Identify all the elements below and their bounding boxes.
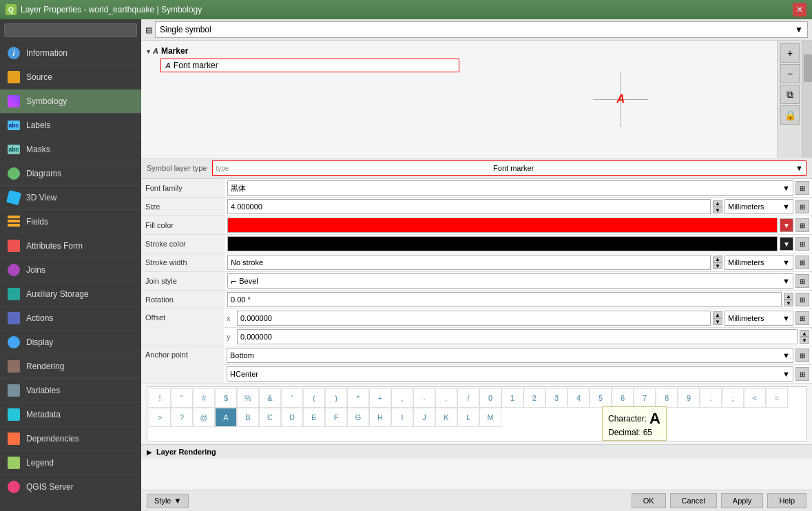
marker-expand-arrow[interactable]: ▾ bbox=[147, 48, 150, 55]
char-cell-at[interactable]: @ bbox=[193, 408, 215, 427]
sidebar-item-auxiliary-storage[interactable]: Auxiliary Storage bbox=[0, 282, 141, 306]
layer-rendering-bar[interactable]: ▶ Layer Rendering bbox=[141, 444, 812, 459]
rotation-input[interactable] bbox=[227, 292, 782, 307]
offset-unit-select[interactable]: Millimeters ▼ bbox=[725, 311, 793, 326]
char-cell-lparen[interactable]: ( bbox=[303, 388, 325, 408]
char-cell-8[interactable]: 8 bbox=[656, 388, 678, 408]
char-cell-6[interactable]: 6 bbox=[612, 388, 634, 408]
sidebar-item-diagrams[interactable]: Diagrams bbox=[0, 162, 141, 186]
char-cell-3[interactable]: 3 bbox=[545, 388, 568, 408]
style-button[interactable]: Style ▼ bbox=[147, 494, 189, 508]
char-cell-F[interactable]: F bbox=[325, 408, 347, 427]
char-cell-star[interactable]: * bbox=[347, 388, 369, 408]
char-cell-K[interactable]: K bbox=[435, 408, 457, 427]
char-cell-dollar[interactable]: $ bbox=[215, 388, 237, 408]
stroke-width-up-btn[interactable]: ▲ bbox=[713, 255, 722, 262]
char-cell-1[interactable]: 1 bbox=[501, 388, 523, 408]
duplicate-layer-button[interactable]: ⧉ bbox=[780, 85, 800, 104]
sidebar-item-information[interactable]: i Information bbox=[0, 41, 141, 65]
sidebar-item-fields[interactable]: Fields bbox=[0, 210, 141, 234]
sidebar-item-rendering[interactable]: Rendering bbox=[0, 355, 141, 379]
font-family-data-defined[interactable]: ⊞ bbox=[795, 181, 809, 195]
anchor-h-select[interactable]: HCenter ▼ bbox=[227, 366, 793, 382]
rotation-down-btn[interactable]: ▼ bbox=[784, 300, 793, 306]
sidebar-item-masks[interactable]: abc Masks bbox=[0, 138, 141, 162]
char-cell-5[interactable]: 5 bbox=[590, 388, 612, 408]
cancel-button[interactable]: Cancel bbox=[670, 493, 717, 508]
offset-y-input[interactable] bbox=[237, 329, 798, 344]
sidebar-item-dependencies[interactable]: Dependencies bbox=[0, 427, 141, 451]
char-cell-A[interactable]: A bbox=[215, 408, 237, 427]
fill-color-data-defined[interactable]: ▼ bbox=[780, 218, 793, 232]
char-cell-2[interactable]: 2 bbox=[523, 388, 545, 408]
char-cell-D[interactable]: D bbox=[281, 408, 303, 427]
char-cell-7[interactable]: 7 bbox=[634, 388, 656, 408]
char-cell-semicolon[interactable]: ; bbox=[722, 388, 744, 408]
sidebar-item-metadata[interactable]: Metadata bbox=[0, 403, 141, 427]
sidebar-item-actions[interactable]: Actions bbox=[0, 306, 141, 331]
offset-x-input[interactable] bbox=[237, 311, 711, 326]
apply-button[interactable]: Apply bbox=[721, 493, 764, 508]
remove-layer-button[interactable]: − bbox=[780, 64, 800, 83]
font-family-select[interactable]: 黒体 ▼ bbox=[227, 180, 793, 196]
char-cell-colon[interactable]: : bbox=[700, 388, 722, 408]
help-button[interactable]: Help bbox=[767, 493, 806, 508]
rotation-data-defined[interactable]: ⊞ bbox=[795, 293, 809, 306]
stroke-color-swatch[interactable] bbox=[227, 236, 778, 251]
char-cell-J[interactable]: J bbox=[413, 408, 435, 427]
close-button[interactable]: ✕ bbox=[793, 3, 806, 17]
sidebar-item-3dview[interactable]: 3D View bbox=[0, 186, 141, 210]
char-cell-9[interactable]: 9 bbox=[678, 388, 700, 408]
offset-x-down-btn[interactable]: ▼ bbox=[713, 318, 722, 325]
sidebar-item-qgis-server[interactable]: QGIS Server bbox=[0, 475, 141, 499]
char-cell-dot[interactable]: . bbox=[435, 388, 457, 408]
sidebar-item-attributes-form[interactable]: Attributes Form bbox=[0, 234, 141, 258]
size-up-btn[interactable]: ▲ bbox=[713, 200, 722, 207]
char-cell-plus[interactable]: + bbox=[369, 388, 391, 408]
sidebar-item-display[interactable]: Display bbox=[0, 331, 141, 355]
lock-button[interactable]: 🔒 bbox=[780, 105, 800, 125]
stroke-color-expr-btn[interactable]: ⊞ bbox=[795, 237, 809, 251]
char-cell-lt[interactable]: < bbox=[744, 388, 766, 408]
sidebar-item-variables[interactable]: Variables bbox=[0, 379, 141, 403]
sidebar-item-joins[interactable]: Joins bbox=[0, 258, 141, 282]
char-cell-amp[interactable]: & bbox=[259, 388, 281, 408]
char-cell-0[interactable]: 0 bbox=[479, 388, 501, 408]
sidebar-item-symbology[interactable]: Symbology bbox=[0, 90, 141, 114]
offset-y-up-btn[interactable]: ▲ bbox=[800, 330, 809, 337]
char-cell-I[interactable]: I bbox=[391, 408, 413, 427]
stroke-width-input[interactable] bbox=[227, 255, 711, 270]
char-cell-excl[interactable]: ! bbox=[149, 388, 171, 408]
offset-data-defined[interactable]: ⊞ bbox=[795, 311, 809, 325]
sidebar-item-legend[interactable]: Legend bbox=[0, 451, 141, 475]
fill-color-swatch[interactable] bbox=[227, 218, 778, 233]
char-cell-L[interactable]: L bbox=[457, 408, 479, 427]
ok-button[interactable]: OK bbox=[632, 493, 666, 508]
scrollbar-thumb[interactable] bbox=[804, 54, 812, 82]
stroke-width-data-defined[interactable]: ⊞ bbox=[795, 255, 809, 269]
char-cell-pct[interactable]: % bbox=[237, 388, 259, 408]
preview-scrollbar[interactable] bbox=[802, 41, 812, 158]
char-cell-eq[interactable]: = bbox=[766, 388, 788, 408]
char-cell-comma[interactable]: , bbox=[391, 388, 413, 408]
size-unit-select[interactable]: Millimeters ▼ bbox=[725, 199, 793, 214]
sidebar-item-source[interactable]: Source bbox=[0, 65, 141, 90]
search-box[interactable] bbox=[0, 19, 141, 41]
char-cell-gt[interactable]: > bbox=[149, 408, 171, 427]
join-style-data-defined[interactable]: ⊞ bbox=[795, 274, 809, 288]
sidebar-item-labels[interactable]: abc Labels bbox=[0, 114, 141, 138]
char-cell-slash[interactable]: / bbox=[457, 388, 479, 408]
rotation-up-btn[interactable]: ▲ bbox=[784, 293, 793, 300]
offset-y-down-btn[interactable]: ▼ bbox=[800, 337, 809, 344]
stroke-width-unit-select[interactable]: Millimeters ▼ bbox=[725, 255, 793, 270]
char-cell-dquote[interactable]: " bbox=[171, 388, 193, 408]
font-marker-row[interactable]: A Font marker bbox=[160, 59, 459, 72]
search-input[interactable] bbox=[4, 23, 137, 37]
char-cell-4[interactable]: 4 bbox=[568, 388, 590, 408]
offset-x-up-btn[interactable]: ▲ bbox=[713, 311, 722, 318]
join-style-select[interactable]: ⌐ Bevel ▼ bbox=[227, 273, 793, 289]
add-layer-button[interactable]: + bbox=[780, 43, 800, 63]
symbol-type-dropdown[interactable]: Single symbol ▼ bbox=[155, 21, 808, 38]
stroke-width-down-btn[interactable]: ▼ bbox=[713, 262, 722, 269]
char-cell-B[interactable]: B bbox=[237, 408, 259, 427]
